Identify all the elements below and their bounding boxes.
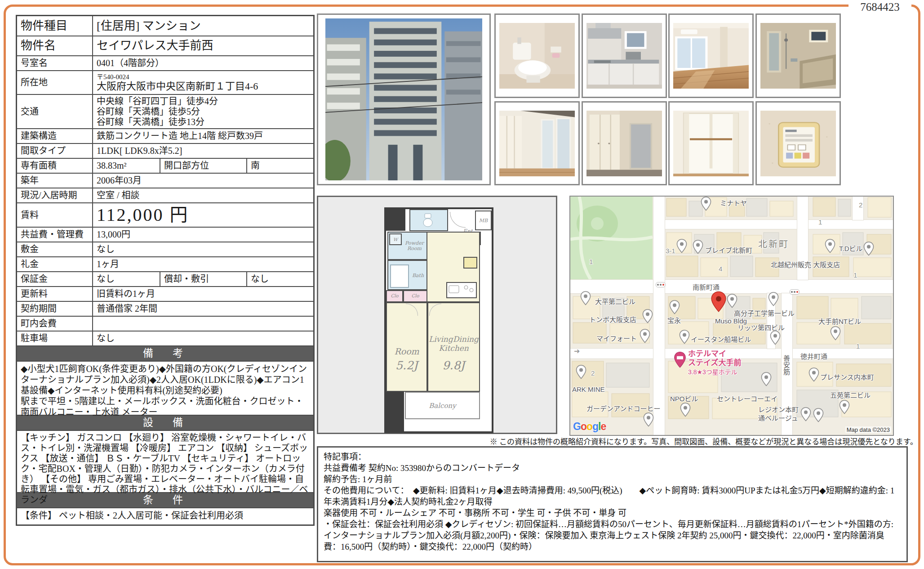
table-row: 町内会費	[17, 317, 313, 332]
photo-room-partition	[494, 101, 580, 185]
field-value: 旧賃料の1ヶ月	[92, 287, 313, 301]
map-label: トンボ大阪支店	[589, 314, 636, 324]
map-label: 2	[591, 369, 595, 377]
field-value: 普通借家 2年間	[92, 302, 313, 316]
field-value: 38.83m²	[92, 159, 160, 173]
google-logo: Google	[573, 421, 606, 433]
field-value: 空室 / 相談	[92, 188, 313, 202]
field-value: セイワパレス大手前西	[92, 36, 313, 55]
map-pin-icon	[693, 240, 703, 256]
map-label: 善安筋	[782, 355, 791, 375]
map-label: 1	[818, 218, 822, 226]
map-pin-icon	[839, 400, 850, 416]
map-label: 通ベルージュ	[758, 413, 798, 422]
map-label: 大手前NTビル	[818, 316, 861, 326]
table-row: 間取タイプ1LDK[ LDK9.8x洋5.2]	[17, 144, 313, 159]
property-sheet: 7684423 物件種目[住居用] マンション 物件名セイワパレス大手前西 号室…	[0, 0, 924, 569]
door-arc	[450, 212, 466, 228]
map-label: 南新町通	[693, 282, 720, 291]
field-label: 物件種目	[17, 16, 92, 36]
map-pin-icon	[727, 294, 737, 310]
field-label: 建築構造	[17, 129, 92, 143]
field-value: なし	[92, 272, 160, 286]
field-label: 開口部方位	[160, 159, 246, 173]
map-pin-icon	[761, 372, 772, 388]
table-row: 建築構造鉄筋コンクリート造 地上14階 総戸数39戸	[17, 129, 313, 144]
floor-plan-closet: Clo	[386, 290, 403, 302]
photo-living-room	[668, 13, 754, 98]
map-pin-icon	[580, 291, 591, 307]
map-label: レジオン本町	[758, 404, 799, 414]
photo-kitchen	[582, 13, 667, 98]
photo-closet	[668, 101, 754, 185]
map-label: プレサンス内本町	[820, 372, 874, 381]
field-label: 物件名	[17, 36, 92, 55]
photo-bathroom	[755, 13, 841, 98]
map-label: 北越紀州販売 大阪支店	[771, 260, 840, 269]
table-row: 更新料旧賃料の1ヶ月	[17, 287, 313, 302]
map-pin-icon	[701, 197, 711, 213]
section-header-setsubi: 設 備	[17, 416, 313, 431]
powder-room-label: PowderRoom	[402, 241, 427, 251]
floor-plan-powder-room: W PowderRoom	[387, 232, 427, 260]
map-label: NPOビル	[670, 394, 698, 403]
field-value: なし	[92, 242, 313, 256]
biko-text: ◆小型犬1匹飼育OK(条件変更あり)◆外国籍の方OK(クレディセゾンインターナシ…	[17, 362, 313, 416]
map-label: リッツ第四ビル	[737, 323, 785, 332]
map-pin-icon	[642, 309, 653, 325]
field-value: 1LDK[ LDK9.8x洋5.2]	[92, 144, 313, 158]
map-label: イースタン船場ビル	[691, 334, 751, 344]
table-row: 駐車場なし	[17, 332, 313, 346]
field-label: 交通	[17, 95, 92, 128]
map-label: T.Dビル	[839, 243, 863, 253]
map-pin-icon	[643, 412, 654, 429]
map-pin-icon	[825, 239, 835, 255]
field-label: 町内会費	[17, 317, 92, 331]
partition-photo-art	[499, 111, 575, 176]
field-value: なし	[246, 272, 313, 286]
photo-entrance-hallway	[582, 101, 667, 185]
table-row: 物件名セイワパレス大手前西	[17, 36, 313, 56]
washer-space: W	[389, 233, 402, 245]
map-label: 大平第二ビル	[595, 296, 635, 306]
table-row: 敷金なし	[17, 242, 313, 257]
field-label: 更新料	[17, 287, 92, 301]
floor-plan-wc	[409, 209, 448, 231]
traffic-light-icon	[656, 282, 666, 287]
floor-plan-outline: Ent MB SB W PowderRoom Bath Clo Clo Room	[384, 207, 493, 433]
map-label: ARK MINE	[572, 385, 605, 393]
map-pin-icon	[830, 326, 841, 342]
field-value: 1ヶ月	[92, 257, 313, 271]
field-value	[92, 317, 313, 331]
setsubi-text: 【キッチン】 ガスコンロ 【水廻り】 浴室乾燥機・シャワートイレ・バス・トイレ別…	[17, 431, 313, 493]
field-value: [住居用] マンション	[92, 16, 313, 36]
field-label: 専有面積	[17, 159, 92, 173]
kitchen-sink-icon	[447, 283, 476, 297]
floor-plan-wall	[385, 208, 405, 231]
field-value: 13,000円	[92, 228, 313, 242]
kitchen-photo-art	[586, 23, 662, 89]
field-label: 敷金	[17, 242, 92, 256]
map-pin-icon	[863, 242, 874, 258]
floor-plan-closet: Clo	[403, 290, 427, 302]
map-pin-icon	[640, 329, 650, 345]
room-size: 5.2J	[387, 359, 426, 372]
field-label: 号室名	[17, 56, 92, 70]
floor-plan-kitchen-area	[427, 232, 480, 302]
table-row: 物件種目[住居用] マンション	[17, 16, 313, 36]
map-attribution: Map data ©2023	[845, 426, 891, 433]
table-row: 所在地〒540-0024大阪府大阪市中央区南新町１丁目4-6	[17, 71, 313, 95]
map-label: 1	[589, 258, 593, 265]
field-value: 南	[246, 159, 313, 173]
field-label: 共益費・管理費	[17, 228, 92, 242]
bathroom-photo-art	[760, 23, 836, 89]
map-pin-icon	[676, 239, 687, 255]
bath-label: Bath	[409, 273, 427, 278]
field-value: なし	[92, 332, 313, 345]
room-label: Room	[387, 346, 426, 356]
postal-code: 〒540-0024	[97, 73, 310, 81]
table-row: 礼金1ヶ月	[17, 257, 313, 272]
map-pin-icon	[768, 292, 779, 308]
table-row: 築年2006年03月	[17, 174, 313, 188]
disclaimer-note: ※ この資料は物件の概略紹介資料になります。写真、間取図面、設備、概要などが現況…	[317, 435, 918, 447]
